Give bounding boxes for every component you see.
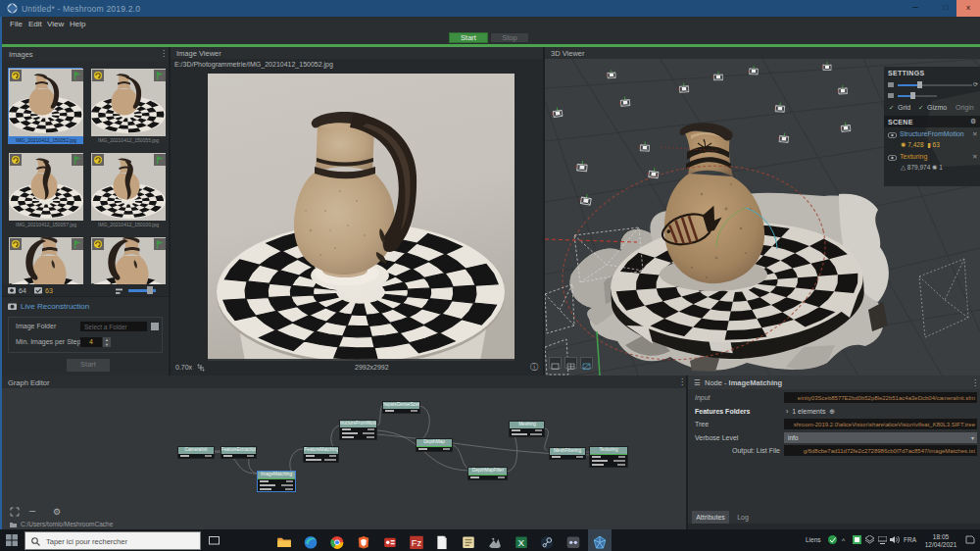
svg-text:X: X xyxy=(518,537,525,548)
svg-text:2: 2 xyxy=(313,117,318,125)
svg-text:Fz: Fz xyxy=(412,537,422,547)
